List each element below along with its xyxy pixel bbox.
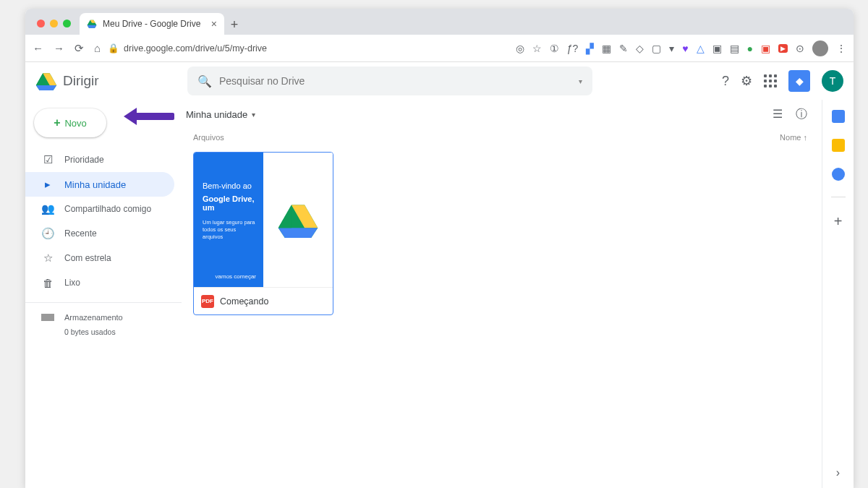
divider [25, 302, 182, 303]
maximize-window-button[interactable] [63, 20, 71, 27]
star-icon: ☆ [41, 252, 54, 265]
new-button-label: Novo [64, 118, 86, 129]
ext-icon[interactable]: ▦ [602, 43, 611, 54]
svg-marker-10 [278, 205, 292, 228]
ext-icon[interactable]: ① [550, 43, 559, 54]
sidebar-item-label: Compartilhado comigo [64, 204, 151, 214]
ext-icon[interactable]: △ [697, 43, 705, 54]
app-body: + Novo ☑ Prioridade ▸ Minha unidade 👥 Co… [25, 100, 854, 488]
profile-avatar-icon[interactable] [812, 40, 828, 56]
home-button[interactable]: ⌂ [94, 42, 101, 55]
tasks-icon[interactable] [832, 168, 845, 181]
nav-buttons: ← → ⟳ ⌂ [33, 42, 101, 55]
ext-icon[interactable]: ♥ [682, 43, 688, 54]
ext-icon[interactable]: ✎ [619, 43, 628, 54]
tab-strip: Meu Drive - Google Drive × + [25, 9, 854, 35]
browser-tab[interactable]: Meu Drive - Google Drive × [80, 13, 224, 35]
sidebar-item-trash[interactable]: 🗑 Lixo [25, 270, 174, 295]
apps-grid-icon[interactable] [764, 74, 777, 87]
thumb-text: Bem-vindo ao [203, 181, 256, 190]
search-bar[interactable]: 🔍 ▾ [187, 67, 592, 95]
drive-logo[interactable]: Dirigir [35, 72, 180, 90]
sidebar-item-recent[interactable]: 🕘 Recente [25, 221, 174, 246]
ext-icon[interactable]: ▣ [712, 43, 722, 54]
new-tab-button[interactable]: + [224, 14, 244, 35]
sidebar-item-label: Minha unidade [64, 179, 126, 190]
keep-icon[interactable] [832, 139, 845, 152]
sidebar-item-my-drive[interactable]: ▸ Minha unidade [25, 172, 174, 197]
chevron-right-icon: ▸ [41, 178, 54, 191]
breadcrumb-row: Minha unidade ▾ ☰ ⓘ [182, 100, 822, 129]
priority-icon: ☑ [41, 153, 54, 166]
close-window-button[interactable] [37, 20, 45, 27]
ext-icon[interactable]: ◇ [636, 43, 644, 54]
settings-gear-icon[interactable]: ⚙ [741, 73, 752, 89]
sidebar-item-storage[interactable]: Armazenamento [25, 310, 182, 325]
thumb-text: vamos começar [203, 273, 256, 280]
new-button[interactable]: + Novo [34, 108, 106, 137]
browser-window: Meu Drive - Google Drive × + ← → ⟳ ⌂ 🔒 d… [25, 9, 854, 488]
trash-icon: 🗑 [41, 277, 54, 289]
list-view-icon[interactable]: ☰ [773, 107, 783, 122]
drive-favicon-icon [87, 19, 97, 29]
tab-title: Meu Drive - Google Drive [103, 19, 200, 29]
svg-marker-5 [36, 85, 56, 90]
ext-icon[interactable]: ▶ [778, 44, 788, 53]
sort-button[interactable]: Nome ↑ [780, 133, 807, 142]
search-icon: 🔍 [197, 74, 212, 88]
file-thumbnail: Bem-vindo ao Google Drive, um Um lugar s… [194, 153, 333, 287]
sidebar-item-priority[interactable]: ☑ Prioridade [25, 147, 174, 172]
header-actions: ? ⚙ ◆ T [722, 70, 843, 92]
breadcrumb[interactable]: Minha unidade [186, 109, 247, 120]
sidebar-item-starred[interactable]: ☆ Com estrela [25, 246, 174, 270]
file-card[interactable]: Bem-vindo ao Google Drive, um Um lugar s… [193, 152, 333, 315]
user-avatar[interactable]: T [822, 70, 843, 92]
sidebar-item-shared[interactable]: 👥 Compartilhado comigo [25, 197, 174, 221]
thumb-text: Google Drive, um [203, 194, 256, 212]
address-bar[interactable]: 🔒 drive.google.com/drive/u/5/my-drive [108, 40, 267, 56]
sidebar-item-label: Prioridade [64, 155, 104, 165]
ext-icon[interactable]: ƒ? [567, 43, 579, 54]
calendar-icon[interactable] [832, 110, 845, 123]
reload-button[interactable]: ⟳ [75, 42, 84, 55]
ext-icon[interactable]: ● [747, 43, 753, 54]
ext-icon[interactable]: ◎ [516, 43, 524, 54]
storage-icon [41, 314, 54, 321]
file-name: Começando [220, 296, 268, 307]
search-input[interactable] [219, 75, 571, 87]
files-grid: Bem-vindo ao Google Drive, um Um lugar s… [182, 146, 822, 321]
app-header: Dirigir 🔍 ▾ ? ⚙ ◆ T [25, 62, 854, 100]
app-name: Dirigir [63, 73, 99, 89]
ext-icon[interactable]: ▢ [652, 43, 661, 54]
menu-icon[interactable]: ⋮ [836, 43, 846, 54]
collapse-rail-icon[interactable]: › [836, 466, 840, 479]
ext-icon[interactable]: ▾ [669, 43, 674, 54]
back-button[interactable]: ← [33, 42, 43, 55]
url-text: drive.google.com/drive/u/5/my-drive [124, 43, 267, 53]
thumb-text: Um lugar seguro para todos os seus arqui… [203, 219, 256, 240]
forward-button[interactable]: → [54, 42, 64, 55]
main-content: Minha unidade ▾ ☰ ⓘ Arquivos Nome ↑ Bem-… [182, 100, 822, 488]
svg-marker-6 [36, 73, 43, 85]
ext-icon[interactable]: ▣ [761, 43, 770, 54]
storage-label: Armazenamento [64, 313, 123, 322]
chevron-down-icon[interactable]: ▾ [252, 111, 255, 119]
app-switcher-icon[interactable]: ◆ [788, 70, 810, 92]
ext-icon[interactable]: ▞ [586, 43, 594, 54]
section-header: Arquivos Nome ↑ [182, 129, 822, 146]
close-tab-button[interactable]: × [211, 18, 217, 30]
minimize-window-button[interactable] [50, 20, 58, 27]
pdf-badge-icon: PDF [201, 295, 214, 308]
drive-icon [278, 202, 318, 238]
help-icon[interactable]: ? [722, 74, 729, 89]
search-options-icon[interactable]: ▾ [579, 77, 582, 85]
add-addon-icon[interactable]: + [834, 213, 843, 230]
annotation-arrow [134, 113, 174, 120]
sidebar: + Novo ☑ Prioridade ▸ Minha unidade 👥 Co… [25, 100, 182, 488]
ext-icon[interactable]: ⊙ [796, 43, 804, 54]
drive-logo-icon [35, 72, 57, 90]
extension-icons: ◎ ☆ ① ƒ? ▞ ▦ ✎ ◇ ▢ ▾ ♥ △ ▣ ▤ ● ▣ ▶ ⊙ ⋮ [516, 40, 846, 56]
star-icon[interactable]: ☆ [532, 43, 542, 54]
ext-icon[interactable]: ▤ [730, 43, 739, 54]
info-icon[interactable]: ⓘ [796, 107, 807, 122]
